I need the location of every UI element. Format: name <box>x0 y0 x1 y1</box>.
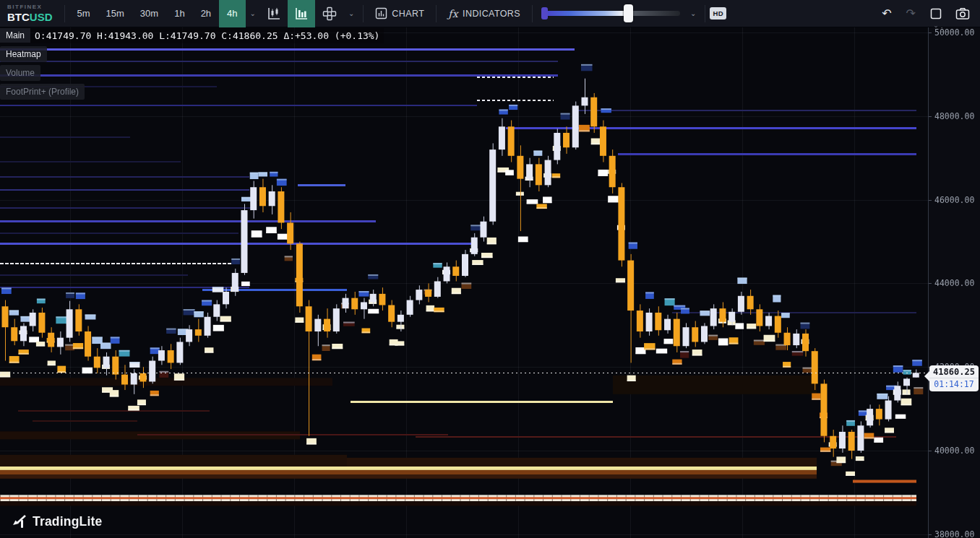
exchange-label: BITFINEX <box>7 4 53 10</box>
toolbar-divider <box>532 5 533 22</box>
tradinglite-app: BITFINEX BTCUSD 5m15m30m1h2h4h ⌄ ⌄ <box>0 0 980 538</box>
last-price-tag: 41860.25 01:14:17 <box>929 365 979 391</box>
fx-icon: ƒx <box>448 8 458 19</box>
indicators-button[interactable]: ƒx INDICATORS <box>441 0 528 27</box>
square-layout-icon <box>929 7 942 20</box>
slider-chevron-down-icon[interactable]: ⌄ <box>686 9 700 17</box>
axis-tick <box>929 32 932 33</box>
chart-canvas[interactable] <box>0 27 928 538</box>
symbol-selector[interactable]: BITFINEX BTCUSD <box>0 3 60 24</box>
tradinglite-logo[interactable]: TradingLite <box>10 513 103 529</box>
slider-handle[interactable] <box>624 4 633 22</box>
tradinglite-logo-text: TradingLite <box>33 514 103 529</box>
undo-button[interactable]: ↶ <box>874 6 898 20</box>
symbol-base: BTC <box>7 11 30 23</box>
main-layer-chip[interactable]: Main <box>0 28 30 43</box>
last-price-value: 41860.25 <box>929 367 979 377</box>
chart-panel-icon <box>375 7 387 19</box>
toolbar-divider <box>705 5 705 22</box>
grid-layout-button[interactable] <box>315 0 344 27</box>
axis-price-label: 48000.00 <box>929 111 980 121</box>
volume-bars-icon <box>294 6 309 21</box>
axis-price-label: 46000.00 <box>929 195 980 205</box>
symbol-label: BTCUSD <box>7 12 53 22</box>
axis-tick <box>929 451 932 451</box>
axis-tick <box>929 534 932 535</box>
toolbar-divider <box>64 5 65 22</box>
axis-tick <box>929 200 932 201</box>
timeframe-button-4h[interactable]: 4h <box>219 0 245 27</box>
candle-countdown: 01:14:17 <box>929 378 979 389</box>
timeframe-button-5m[interactable]: 5m <box>69 0 98 27</box>
grid-plus-icon <box>322 6 338 22</box>
main-row: Main O:41749.70 H:41943.00 L:41749.70 C:… <box>0 27 384 43</box>
candlestick-icon <box>267 6 281 21</box>
timeframe-button-30m[interactable]: 30m <box>132 0 166 27</box>
redo-button[interactable]: ↷ <box>899 6 923 20</box>
axis-price-label: 50000.00 <box>929 27 980 38</box>
ohlc-readout: O:41749.70 H:41943.00 L:41749.70 C:41860… <box>30 28 384 43</box>
layout-chevron-down-icon[interactable]: ⌄ <box>933 22 939 29</box>
slider-track[interactable] <box>543 11 680 16</box>
toolbar: BITFINEX BTCUSD 5m15m30m1h2h4h ⌄ ⌄ <box>0 0 980 27</box>
axis-tick <box>929 283 932 284</box>
price-axis[interactable]: ⌄ 41860.25 01:14:17 50000.0048000.004600… <box>928 27 980 538</box>
camera-icon <box>955 7 970 20</box>
axis-price-label: 44000.00 <box>929 278 980 288</box>
timeframe-button-15m[interactable]: 15m <box>98 0 132 27</box>
chart-button[interactable]: CHART <box>368 0 431 27</box>
timeframe-button-2h[interactable]: 2h <box>193 0 219 27</box>
layer-chip-footprint-profile-[interactable]: FootPrint+ (Profile) <box>0 84 85 100</box>
chart-overlay: Main O:41749.70 H:41943.00 L:41749.70 C:… <box>0 27 384 100</box>
fullscreen-layout-button[interactable]: ⌄ <box>923 0 949 27</box>
toolbar-divider <box>436 5 437 22</box>
indicators-button-label: INDICATORS <box>463 9 520 19</box>
axis-tick <box>929 116 932 117</box>
layer-chip-volume[interactable]: Volume <box>0 65 40 81</box>
timeframe-chevron-down-icon[interactable]: ⌄ <box>246 9 260 17</box>
screenshot-button[interactable] <box>949 0 980 27</box>
volume-style-button[interactable] <box>288 0 315 27</box>
layer-chip-heatmap[interactable]: Heatmap <box>0 46 47 62</box>
candlestick-style-button[interactable] <box>260 0 288 27</box>
heatmap-intensity-slider[interactable] <box>537 11 686 16</box>
hd-quality-badge[interactable]: HD <box>710 7 726 19</box>
timeframe-group: 5m15m30m1h2h4h <box>69 0 246 27</box>
timeframe-button-1h[interactable]: 1h <box>166 0 192 27</box>
grid-layout-chevron-down-icon[interactable]: ⌄ <box>344 9 358 17</box>
symbol-quote: USD <box>30 11 53 23</box>
slider-left-cap <box>541 7 548 19</box>
axis-price-label: 38000.00 <box>929 529 980 538</box>
toolbar-divider <box>363 5 364 22</box>
axis-price-label: 40000.00 <box>929 446 980 456</box>
tradinglite-logo-icon <box>10 513 27 529</box>
chart-button-label: CHART <box>392 9 424 19</box>
